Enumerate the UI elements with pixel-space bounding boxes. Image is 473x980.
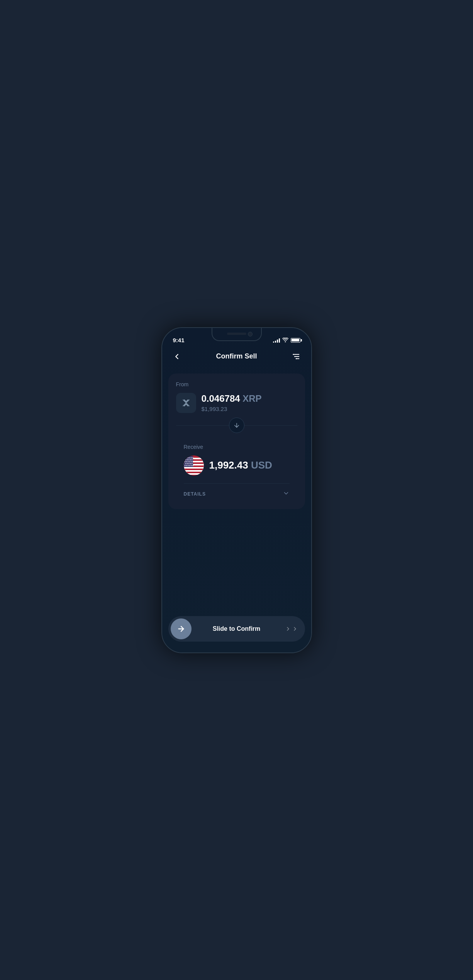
svg-rect-28 [184,469,204,470]
signal-icon [273,338,280,343]
battery-icon [291,338,300,343]
back-button[interactable] [170,350,184,363]
svg-text:★★★★★★: ★★★★★★ [184,464,194,467]
chevron-down-icon [283,490,290,498]
notch [212,328,262,341]
slide-thumb [171,618,192,639]
slide-chevrons-icon [285,626,298,632]
status-time: 9:41 [173,337,185,343]
receive-label: Receive [184,444,290,450]
svg-rect-32 [184,475,204,476]
from-info: 0.046784 XRP $1,993.23 [202,393,262,412]
swap-divider [176,413,297,438]
transaction-card: From 0.046784 [168,374,305,509]
receive-section: Receive [176,438,297,483]
main-content: From 0.046784 [162,370,311,611]
down-arrow-icon [229,418,244,433]
xrp-icon [176,393,196,413]
usd-flag-icon: ★★★★★★ ★★★★★ ★★★★★★ ★★★★★ ★★★★★★ [184,455,204,476]
slide-to-confirm[interactable]: Slide to Confirm [168,616,305,642]
notch-camera [248,332,253,336]
receive-amount: 1,992.43 USD [209,459,272,471]
from-label: From [176,381,297,387]
details-label: DETAILS [184,491,206,497]
svg-point-5 [296,358,297,359]
details-toggle[interactable]: DETAILS [184,483,290,500]
spacer [168,509,305,604]
from-usd: $1,993.23 [202,406,262,412]
screen: 9:41 [162,328,311,652]
svg-point-4 [294,356,295,357]
svg-rect-29 [184,470,204,472]
phone-frame: 9:41 [161,327,312,653]
svg-point-3 [293,354,294,355]
from-row: 0.046784 XRP $1,993.23 [176,393,297,413]
receive-row: ★★★★★★ ★★★★★ ★★★★★★ ★★★★★ ★★★★★★ [184,455,290,476]
svg-rect-31 [184,473,204,475]
svg-rect-20 [184,456,204,458]
slide-container: Slide to Confirm [162,611,311,652]
page-title: Confirm Sell [216,352,257,360]
from-amount: 0.046784 XRP [202,393,262,404]
wifi-icon [282,337,288,343]
svg-rect-27 [184,467,204,469]
notch-speaker [227,333,246,335]
filter-button[interactable] [289,350,303,363]
status-icons [273,337,300,343]
receive-info: 1,992.43 USD [209,459,272,471]
from-section: From 0.046784 [176,381,297,413]
